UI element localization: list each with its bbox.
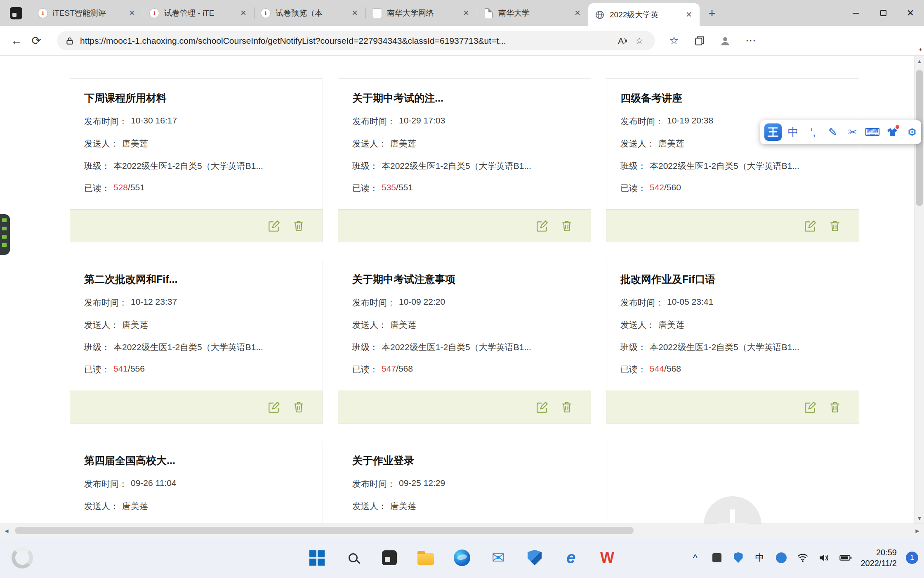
edit-notice-icon[interactable]	[535, 219, 549, 232]
tab-close-icon[interactable]: ×	[683, 9, 695, 21]
edit-notice-icon[interactable]	[267, 400, 280, 414]
notice-card-footer	[338, 391, 591, 423]
edit-notice-icon[interactable]	[267, 219, 280, 232]
notification-badge[interactable]: 1	[906, 552, 918, 564]
minimize-button[interactable]	[842, 0, 870, 26]
add-plus-icon[interactable]	[704, 496, 761, 524]
read-count-line: 已读：544/568	[620, 364, 845, 375]
maximize-button[interactable]	[870, 0, 897, 26]
tab-close-icon[interactable]: ×	[572, 7, 583, 19]
ime-keyboard-icon[interactable]: ⌨	[864, 123, 881, 141]
collections-icon[interactable]	[690, 31, 710, 51]
back-button[interactable]: ←	[7, 31, 26, 51]
tab-close-icon[interactable]: ×	[126, 7, 138, 19]
sender-line: 发送人：唐美莲	[84, 500, 309, 512]
internet-explorer-icon[interactable]: e	[560, 547, 582, 569]
delete-notice-icon[interactable]	[828, 219, 842, 232]
address-bar[interactable]: https://mooc1-1.chaoxing.com/schoolCours…	[57, 31, 655, 50]
edit-notice-icon[interactable]	[804, 219, 817, 232]
itest-favicon: i	[149, 8, 159, 18]
refresh-button[interactable]: ⟳	[26, 31, 46, 51]
window-close-button[interactable]: ✕	[897, 0, 924, 26]
widget-stripes-icon	[2, 218, 7, 251]
tab-close-icon[interactable]: ×	[238, 7, 249, 19]
add-favorite-icon[interactable]: ☆	[631, 33, 648, 49]
tray-app-grid-icon[interactable]	[711, 552, 723, 564]
browser-tab-paper-manage[interactable]: i 试卷管理 - iTE ×	[143, 0, 254, 26]
class-line: 班级：本2022级生医1-2自类5（大学英语B1...	[352, 160, 577, 172]
browser-tab-usc-network[interactable]: 南华大学网络 ×	[365, 0, 477, 26]
tab-title: 南华大学	[498, 8, 569, 19]
tab-close-icon[interactable]: ×	[460, 7, 472, 19]
horizontal-scrollbar[interactable]: ◄ ►	[0, 524, 924, 537]
delete-notice-icon[interactable]	[828, 400, 842, 414]
tray-security-shield-icon[interactable]	[732, 552, 745, 564]
search-icon[interactable]	[342, 547, 364, 569]
ime-settings-gear-icon[interactable]: ⚙	[904, 123, 920, 141]
scroll-down-arrow[interactable]: ▼	[915, 513, 924, 524]
edge-browser-icon[interactable]	[451, 547, 473, 569]
browser-tab-active-course[interactable]: 2022级大学英 ×	[588, 3, 700, 26]
tab-close-icon[interactable]: ×	[349, 7, 361, 19]
notice-title[interactable]: 第二次批改网和Fif...	[84, 272, 309, 286]
scroll-left-arrow[interactable]: ◄	[0, 524, 13, 537]
ime-logo-icon[interactable]: 王	[764, 123, 782, 141]
class-line: 班级：本2022级生医1-2自类5（大学英语B1...	[620, 160, 845, 172]
browser-tab-usc[interactable]: 南华大学 ×	[477, 0, 588, 26]
notice-grid: 下周课程所用材料发布时间：10-30 16:17发送人：唐美莲班级：本2022级…	[70, 78, 859, 524]
ime-punctuation-icon[interactable]: ’,	[805, 123, 821, 141]
favorites-hub-icon[interactable]: ☆	[664, 31, 684, 51]
docked-sidebar-widget[interactable]	[0, 214, 10, 255]
delete-notice-icon[interactable]	[560, 219, 573, 232]
publish-time-line: 发布时间：10-12 23:37	[84, 297, 309, 308]
tray-globe-icon[interactable]	[775, 552, 787, 564]
scroll-up-arrow[interactable]: ▲	[915, 56, 924, 66]
browser-tab-itest[interactable]: i iTEST智能测评 ×	[31, 0, 143, 26]
notice-title[interactable]: 下周课程所用材料	[84, 91, 309, 105]
ime-handwriting-pencil-icon[interactable]: ✎	[825, 123, 841, 141]
browser-tab-paper-preview[interactable]: i 试卷预览（本 ×	[254, 0, 365, 26]
wifi-icon[interactable]	[797, 552, 809, 564]
notice-card-footer	[606, 209, 859, 242]
tray-ime-indicator[interactable]: 中	[754, 552, 766, 564]
sender-line: 发送人：唐美莲	[84, 319, 309, 331]
new-tab-button[interactable]: +	[704, 5, 720, 21]
horizontal-scroll-thumb[interactable]	[15, 527, 634, 534]
scroll-right-arrow[interactable]: ►	[911, 524, 924, 537]
volume-icon[interactable]	[818, 552, 830, 564]
delete-notice-icon[interactable]	[292, 219, 305, 232]
document-favicon	[483, 8, 493, 18]
settings-more-icon[interactable]: ⋯	[741, 31, 761, 51]
sender-line: 发送人：唐美莲	[352, 500, 577, 512]
publish-time-line: 发布时间：09-26 11:04	[84, 478, 309, 490]
notice-title[interactable]: 关于期中考试注意事项	[352, 272, 577, 286]
profile-avatar-icon[interactable]	[715, 31, 735, 51]
notice-title[interactable]: 第四届全国高校大...	[84, 454, 309, 467]
notice-title[interactable]: 关于期中考试的注...	[352, 91, 577, 105]
defender-shield-icon[interactable]	[523, 547, 546, 569]
notice-title[interactable]: 四级备考讲座	[620, 91, 845, 105]
file-explorer-icon[interactable]	[415, 547, 437, 569]
ime-mode-chinese[interactable]: 中	[785, 123, 801, 141]
read-aloud-icon[interactable]: A	[615, 33, 631, 49]
browser-tab-strip: i iTEST智能测评 × i 试卷管理 - iTE × i 试卷预览（本 × …	[0, 0, 924, 26]
mail-app-icon[interactable]: ✉	[487, 547, 509, 569]
ime-scissors-icon[interactable]: ✂	[844, 123, 861, 141]
ime-skin-icon[interactable]	[884, 123, 900, 141]
wps-office-icon[interactable]: W	[596, 547, 618, 569]
class-line: 班级：本2022级生医1-2自类5（大学英语B1...	[352, 341, 577, 353]
edit-notice-icon[interactable]	[804, 400, 817, 414]
start-button[interactable]	[306, 547, 328, 569]
tray-chevron-up-icon[interactable]: ^	[689, 552, 702, 564]
notice-title[interactable]: 批改网作业及Fif口语	[620, 272, 845, 286]
add-notice-card[interactable]	[606, 441, 859, 524]
battery-icon[interactable]	[839, 552, 852, 564]
toolbar-icons: ☆ ⋯	[664, 31, 761, 51]
delete-notice-icon[interactable]	[292, 400, 305, 414]
tab-actions-menu-icon[interactable]	[10, 7, 22, 19]
dark-app-icon[interactable]	[378, 547, 401, 569]
edit-notice-icon[interactable]	[535, 400, 549, 414]
notice-title[interactable]: 关于作业登录	[352, 454, 577, 467]
taskbar-clock[interactable]: 20:59 2022/11/2	[861, 547, 897, 569]
delete-notice-icon[interactable]	[560, 400, 573, 414]
